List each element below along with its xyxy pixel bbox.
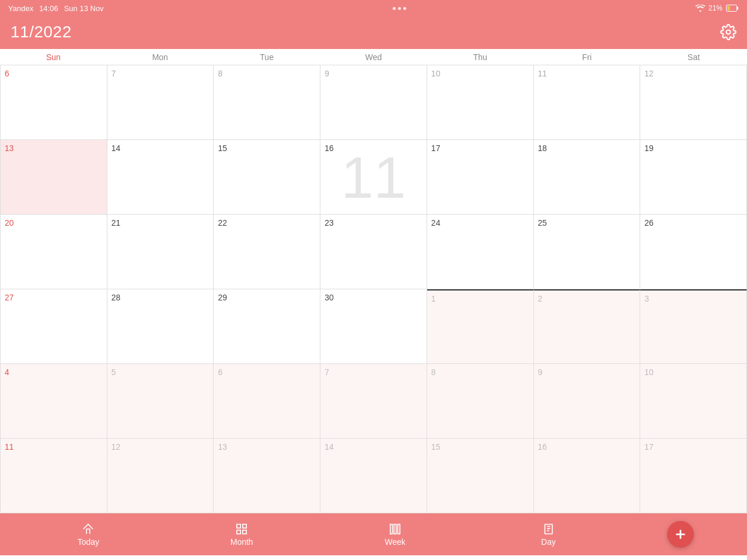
table-row[interactable]: 17 xyxy=(427,140,534,215)
month-watermark: 11 xyxy=(341,144,406,211)
table-row[interactable]: 29 xyxy=(214,289,320,364)
day-label: Day xyxy=(541,537,556,547)
table-row[interactable]: 1611 xyxy=(320,140,427,215)
table-row[interactable]: 8 xyxy=(214,65,320,140)
table-row[interactable]: 11 xyxy=(1,439,107,513)
week-label: Week xyxy=(385,537,406,547)
svg-rect-11 xyxy=(544,524,552,534)
svg-rect-9 xyxy=(394,524,396,534)
status-time: 14:06 xyxy=(39,4,58,13)
app-name: Yandex xyxy=(8,4,33,13)
svg-rect-7 xyxy=(243,530,246,533)
table-row[interactable]: 7 xyxy=(107,65,214,140)
table-row[interactable]: 23 xyxy=(320,215,427,289)
day-button[interactable]: Day xyxy=(514,523,584,547)
table-row[interactable]: 13 xyxy=(214,439,320,513)
day-header-mon: Mon xyxy=(107,49,214,65)
day-header-sun: Sun xyxy=(0,49,107,65)
table-row[interactable]: 15 xyxy=(427,439,534,513)
status-bar: Yandex 14:06 Sun 13 Nov 21% xyxy=(0,0,747,16)
svg-rect-4 xyxy=(237,524,240,527)
table-row[interactable]: 25 xyxy=(534,215,641,289)
svg-rect-1 xyxy=(727,6,730,10)
week-button[interactable]: Week xyxy=(360,523,430,547)
table-row[interactable]: 6 xyxy=(1,65,107,140)
table-row[interactable]: 5 xyxy=(107,364,214,439)
svg-rect-5 xyxy=(243,524,246,527)
table-row[interactable]: 14 xyxy=(320,439,427,513)
table-row[interactable]: 28 xyxy=(107,289,214,364)
day-header-sat: Sat xyxy=(640,49,747,65)
battery-icon xyxy=(726,5,739,12)
table-row[interactable]: 2 xyxy=(534,289,641,364)
table-row[interactable]: 11 xyxy=(534,65,641,140)
table-row[interactable]: 19 xyxy=(640,140,747,215)
table-row[interactable]: 18 xyxy=(534,140,641,215)
table-row[interactable]: 17 xyxy=(640,439,747,513)
day-headers: Sun Mon Tue Wed Thu Fri Sat xyxy=(0,49,747,65)
calendar-header: 11/2022 xyxy=(0,16,747,49)
table-row[interactable]: 7 xyxy=(320,364,427,439)
table-row[interactable]: 27 xyxy=(1,289,107,364)
wifi-icon xyxy=(696,5,705,12)
table-row[interactable]: 26 xyxy=(640,215,747,289)
toolbar: Today Month Week Day xyxy=(0,513,747,555)
table-row[interactable]: 8 xyxy=(427,364,534,439)
table-row[interactable]: 22 xyxy=(214,215,320,289)
table-row[interactable]: 4 xyxy=(1,364,107,439)
table-row[interactable]: 3 xyxy=(640,289,747,364)
table-row[interactable]: 15 xyxy=(214,140,320,215)
table-row[interactable]: 16 xyxy=(534,439,641,513)
calendar-grid: 6789101112131415161117181920212223242526… xyxy=(0,65,747,513)
table-row[interactable]: 12 xyxy=(107,439,214,513)
month-title: 11/2022 xyxy=(11,23,72,41)
status-left: Yandex 14:06 Sun 13 Nov xyxy=(8,4,104,13)
status-date: Sun 13 Nov xyxy=(64,4,104,13)
status-right: 21% xyxy=(696,4,739,12)
table-row[interactable]: 6 xyxy=(214,364,320,439)
table-row[interactable]: 9 xyxy=(320,65,427,140)
today-label: Today xyxy=(78,537,99,547)
table-row[interactable]: 10 xyxy=(640,364,747,439)
table-row[interactable]: 24 xyxy=(427,215,534,289)
table-row[interactable]: 10 xyxy=(427,65,534,140)
table-row[interactable]: 20 xyxy=(1,215,107,289)
table-row[interactable]: 9 xyxy=(534,364,641,439)
month-button[interactable]: Month xyxy=(207,523,277,547)
svg-rect-10 xyxy=(398,524,400,534)
month-label: Month xyxy=(231,537,253,547)
settings-icon[interactable] xyxy=(720,24,736,40)
table-row[interactable]: 1 xyxy=(427,289,534,364)
battery-pct: 21% xyxy=(708,4,722,12)
svg-rect-8 xyxy=(390,524,393,534)
day-header-fri: Fri xyxy=(533,49,640,65)
status-dots xyxy=(393,7,406,10)
table-row[interactable]: 12 xyxy=(640,65,747,140)
svg-rect-2 xyxy=(737,7,738,10)
table-row[interactable]: 13 xyxy=(1,140,107,215)
day-header-thu: Thu xyxy=(427,49,533,65)
table-row[interactable]: 14 xyxy=(107,140,214,215)
add-event-button[interactable] xyxy=(667,521,694,548)
svg-point-3 xyxy=(727,30,731,34)
svg-rect-6 xyxy=(237,530,240,533)
day-header-tue: Tue xyxy=(214,49,320,65)
table-row[interactable]: 21 xyxy=(107,215,214,289)
day-header-wed: Wed xyxy=(320,49,427,65)
table-row[interactable]: 30 xyxy=(320,289,427,364)
today-button[interactable]: Today xyxy=(53,523,123,547)
